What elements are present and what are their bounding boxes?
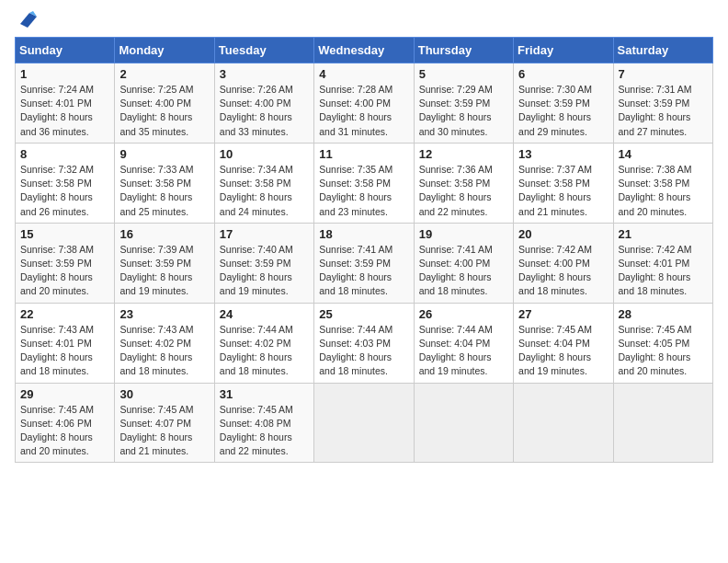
day-info: Sunrise: 7:44 AMSunset: 4:04 PMDaylight:… — [419, 323, 508, 379]
calendar-cell: 13Sunrise: 7:37 AMSunset: 3:58 PMDayligh… — [514, 143, 613, 223]
calendar-week-1: 1Sunrise: 7:24 AMSunset: 4:01 PMDaylight… — [16, 63, 713, 144]
day-info: Sunrise: 7:38 AMSunset: 3:59 PMDaylight:… — [20, 243, 109, 299]
calendar-cell: 11Sunrise: 7:35 AMSunset: 3:58 PMDayligh… — [314, 143, 414, 223]
day-info: Sunrise: 7:45 AMSunset: 4:07 PMDaylight:… — [119, 403, 209, 459]
calendar-header-row: SundayMondayTuesdayWednesdayThursdayFrid… — [16, 38, 713, 63]
day-info: Sunrise: 7:44 AMSunset: 4:02 PMDaylight:… — [220, 323, 309, 379]
calendar-cell: 28Sunrise: 7:45 AMSunset: 4:05 PMDayligh… — [613, 303, 712, 383]
header-friday: Friday — [514, 38, 613, 63]
logo — [15, 15, 37, 28]
day-number: 16 — [119, 227, 209, 241]
calendar-cell: 21Sunrise: 7:42 AMSunset: 4:01 PMDayligh… — [613, 223, 712, 303]
calendar-cell: 26Sunrise: 7:44 AMSunset: 4:04 PMDayligh… — [414, 303, 513, 383]
header-sunday: Sunday — [16, 38, 115, 63]
day-number: 15 — [20, 227, 109, 241]
day-number: 1 — [20, 67, 109, 81]
calendar-cell: 22Sunrise: 7:43 AMSunset: 4:01 PMDayligh… — [16, 303, 115, 383]
day-info: Sunrise: 7:41 AMSunset: 4:00 PMDaylight:… — [419, 243, 508, 299]
header-wednesday: Wednesday — [314, 38, 414, 63]
calendar-cell — [314, 383, 414, 463]
day-info: Sunrise: 7:36 AMSunset: 3:58 PMDaylight:… — [419, 163, 508, 219]
day-info: Sunrise: 7:24 AMSunset: 4:01 PMDaylight:… — [20, 83, 109, 139]
day-number: 9 — [119, 147, 209, 161]
day-number: 18 — [319, 227, 408, 241]
day-number: 27 — [518, 307, 608, 321]
day-info: Sunrise: 7:35 AMSunset: 3:58 PMDaylight:… — [319, 163, 408, 219]
calendar-cell: 25Sunrise: 7:44 AMSunset: 4:03 PMDayligh… — [314, 303, 414, 383]
day-info: Sunrise: 7:41 AMSunset: 3:59 PMDaylight:… — [319, 243, 408, 299]
calendar-cell: 7Sunrise: 7:31 AMSunset: 3:59 PMDaylight… — [613, 63, 712, 144]
day-info: Sunrise: 7:43 AMSunset: 4:01 PMDaylight:… — [20, 323, 109, 379]
calendar-cell: 29Sunrise: 7:45 AMSunset: 4:06 PMDayligh… — [16, 383, 115, 463]
calendar-cell: 5Sunrise: 7:29 AMSunset: 3:59 PMDaylight… — [414, 63, 513, 144]
calendar-body: 1Sunrise: 7:24 AMSunset: 4:01 PMDaylight… — [16, 63, 713, 463]
day-info: Sunrise: 7:45 AMSunset: 4:06 PMDaylight:… — [20, 403, 109, 459]
day-info: Sunrise: 7:38 AMSunset: 3:58 PMDaylight:… — [619, 163, 708, 219]
calendar-cell: 10Sunrise: 7:34 AMSunset: 3:58 PMDayligh… — [214, 143, 313, 223]
day-info: Sunrise: 7:29 AMSunset: 3:59 PMDaylight:… — [419, 83, 508, 139]
day-info: Sunrise: 7:33 AMSunset: 3:58 PMDaylight:… — [119, 163, 209, 219]
day-number: 19 — [419, 227, 508, 241]
day-info: Sunrise: 7:45 AMSunset: 4:04 PMDaylight:… — [518, 323, 608, 379]
day-number: 26 — [419, 307, 508, 321]
day-number: 4 — [319, 67, 408, 81]
day-number: 11 — [319, 147, 408, 161]
day-number: 22 — [20, 307, 109, 321]
day-number: 3 — [220, 67, 309, 81]
calendar-cell: 9Sunrise: 7:33 AMSunset: 3:58 PMDaylight… — [115, 143, 214, 223]
header-saturday: Saturday — [613, 38, 712, 63]
day-number: 8 — [20, 147, 109, 161]
day-info: Sunrise: 7:44 AMSunset: 4:03 PMDaylight:… — [319, 323, 408, 379]
calendar-cell: 6Sunrise: 7:30 AMSunset: 3:59 PMDaylight… — [514, 63, 613, 144]
day-number: 20 — [518, 227, 608, 241]
day-info: Sunrise: 7:37 AMSunset: 3:58 PMDaylight:… — [518, 163, 608, 219]
calendar-cell: 1Sunrise: 7:24 AMSunset: 4:01 PMDaylight… — [16, 63, 115, 144]
calendar-cell: 18Sunrise: 7:41 AMSunset: 3:59 PMDayligh… — [314, 223, 414, 303]
day-info: Sunrise: 7:25 AMSunset: 4:00 PMDaylight:… — [119, 83, 209, 139]
page-header — [15, 15, 713, 28]
calendar-table: SundayMondayTuesdayWednesdayThursdayFrid… — [15, 37, 713, 463]
day-number: 31 — [220, 387, 309, 401]
day-number: 7 — [619, 67, 708, 81]
day-number: 14 — [619, 147, 708, 161]
calendar-week-3: 15Sunrise: 7:38 AMSunset: 3:59 PMDayligh… — [16, 223, 713, 303]
day-info: Sunrise: 7:32 AMSunset: 3:58 PMDaylight:… — [20, 163, 109, 219]
day-number: 12 — [419, 147, 508, 161]
day-info: Sunrise: 7:28 AMSunset: 4:00 PMDaylight:… — [319, 83, 408, 139]
day-number: 5 — [419, 67, 508, 81]
logo-bird-icon — [17, 11, 37, 28]
day-info: Sunrise: 7:45 AMSunset: 4:08 PMDaylight:… — [220, 403, 309, 459]
calendar-week-4: 22Sunrise: 7:43 AMSunset: 4:01 PMDayligh… — [16, 303, 713, 383]
day-info: Sunrise: 7:39 AMSunset: 3:59 PMDaylight:… — [119, 243, 209, 299]
calendar-cell: 24Sunrise: 7:44 AMSunset: 4:02 PMDayligh… — [214, 303, 313, 383]
header-thursday: Thursday — [414, 38, 513, 63]
calendar-week-5: 29Sunrise: 7:45 AMSunset: 4:06 PMDayligh… — [16, 383, 713, 463]
calendar-cell: 16Sunrise: 7:39 AMSunset: 3:59 PMDayligh… — [115, 223, 214, 303]
day-number: 6 — [518, 67, 608, 81]
day-number: 2 — [119, 67, 209, 81]
calendar-cell — [613, 383, 712, 463]
calendar-cell: 2Sunrise: 7:25 AMSunset: 4:00 PMDaylight… — [115, 63, 214, 144]
calendar-cell: 31Sunrise: 7:45 AMSunset: 4:08 PMDayligh… — [214, 383, 313, 463]
day-number: 24 — [220, 307, 309, 321]
calendar-cell: 3Sunrise: 7:26 AMSunset: 4:00 PMDaylight… — [214, 63, 313, 144]
day-number: 10 — [220, 147, 309, 161]
header-tuesday: Tuesday — [214, 38, 313, 63]
day-number: 17 — [220, 227, 309, 241]
day-info: Sunrise: 7:31 AMSunset: 3:59 PMDaylight:… — [619, 83, 708, 139]
calendar-cell: 30Sunrise: 7:45 AMSunset: 4:07 PMDayligh… — [115, 383, 214, 463]
calendar-cell: 17Sunrise: 7:40 AMSunset: 3:59 PMDayligh… — [214, 223, 313, 303]
day-info: Sunrise: 7:43 AMSunset: 4:02 PMDaylight:… — [119, 323, 209, 379]
calendar-cell: 20Sunrise: 7:42 AMSunset: 4:00 PMDayligh… — [514, 223, 613, 303]
day-number: 23 — [119, 307, 209, 321]
day-info: Sunrise: 7:26 AMSunset: 4:00 PMDaylight:… — [220, 83, 309, 139]
calendar-cell — [414, 383, 513, 463]
calendar-week-2: 8Sunrise: 7:32 AMSunset: 3:58 PMDaylight… — [16, 143, 713, 223]
day-info: Sunrise: 7:45 AMSunset: 4:05 PMDaylight:… — [619, 323, 708, 379]
day-number: 25 — [319, 307, 408, 321]
day-number: 13 — [518, 147, 608, 161]
day-number: 30 — [119, 387, 209, 401]
day-number: 29 — [20, 387, 109, 401]
day-number: 21 — [619, 227, 708, 241]
calendar-cell — [514, 383, 613, 463]
